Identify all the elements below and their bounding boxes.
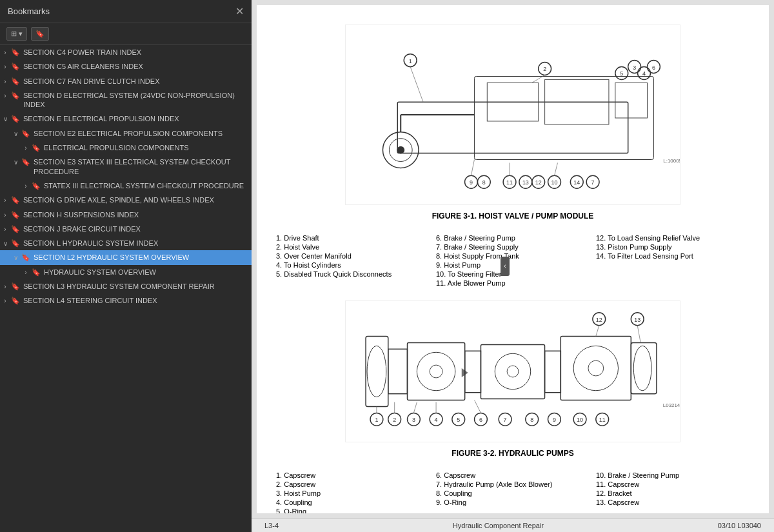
bookmark-item-l2[interactable]: ∨ 🔖 SECTION L2 HYDRAULIC SYSTEM OVERVIEW [0, 250, 252, 264]
bookmark-icon-l2: 🔖 [21, 253, 31, 262]
toggle-g: › [0, 195, 10, 204]
legend-2-blank2 [596, 507, 749, 513]
legend-1-blank3 [276, 279, 430, 288]
close-button[interactable]: ✕ [235, 5, 244, 17]
legend-1-9: 9. Hoist Pump [436, 261, 590, 270]
svg-text:1: 1 [397, 147, 401, 154]
bookmark-icon-d: 🔖 [10, 91, 21, 100]
label-l: SECTION L HYDRAULIC SYSTEM INDEX [23, 239, 248, 248]
bookmark-item-e3-sub[interactable]: › 🔖 STATEX III ELECTRICAL SYSTEM CHECKOU… [0, 179, 252, 193]
label-l4: SECTION L4 STEERING CIRCUIT INDEX [23, 296, 248, 305]
toggle-e3: ∨ [10, 157, 21, 166]
page-document: 1 2 5 3 [257, 5, 769, 513]
bookmark-item-e2-sub[interactable]: › 🔖 ELECTRICAL PROPULSION COMPONENTS [0, 141, 252, 155]
toolbar-bookmark-icon[interactable]: 🔖 [31, 27, 49, 41]
bookmark-icon-h: 🔖 [10, 210, 21, 219]
legend-2-13: 13. Capscrew [596, 498, 749, 507]
svg-text:11: 11 [506, 179, 513, 186]
bookmark-icon-l4: 🔖 [10, 296, 21, 305]
sidebar-header: Bookmarks ✕ [0, 0, 252, 23]
sidebar-toolbar: ⊞ ▾ 🔖 [0, 23, 252, 45]
legend-1-8: 8. Hoist Supply From Tank [436, 251, 590, 261]
svg-text:6: 6 [479, 417, 482, 423]
label-g: SECTION G DRIVE AXLE, SPINDLE, AND WHEEL… [23, 195, 248, 204]
bookmark-item-d[interactable]: › 🔖 SECTION D ELECTRICAL SYSTEM (24VDC N… [0, 88, 252, 112]
legend-2-7: 7. Hydraulic Pump (Axle Box Blower) [436, 480, 590, 489]
page-footer: L3-4 Hydraulic Component Repair 03/10 L0… [252, 518, 774, 532]
collapse-panel-button[interactable]: ‹ [501, 257, 510, 276]
legend-1-2: 2. Hoist Valve [276, 242, 430, 251]
label-c7: SECTION C7 FAN DRIVE CLUTCH INDEX [23, 77, 248, 86]
legend-1-6: 6. Brake / Steering Pump [436, 233, 590, 242]
bookmarks-panel: Bookmarks ✕ ⊞ ▾ 🔖 › 🔖 SECTION C4 POWER T… [0, 0, 252, 532]
bookmark-item-e[interactable]: ∨ 🔖 SECTION E ELECTRICAL PROPULSION INDE… [0, 112, 252, 126]
main-content: 1 2 5 3 [252, 0, 774, 532]
bookmark-item-e2[interactable]: ∨ 🔖 SECTION E2 ELECTRICAL PROPULSION COM… [0, 126, 252, 141]
legend-1-1: 1. Drive Shaft [276, 233, 430, 242]
label-e3-sub: STATEX III ELECTRICAL SYSTEM CHECKOUT PR… [44, 181, 248, 190]
bookmark-item-c4[interactable]: › 🔖 SECTION C4 POWER TRAIN INDEX [0, 45, 252, 59]
legend-2-4: 4. Coupling [276, 498, 430, 507]
legend-2-1: 1. Capscrew [276, 471, 430, 480]
label-e3: SECTION E3 STATEX III ELECTRICAL SYSTEM … [34, 157, 248, 176]
legend-1-11: 11. Axle Blower Pump [436, 279, 590, 288]
bookmark-item-l2-sub[interactable]: › 🔖 HYDRAULIC SYSTEM OVERVIEW [0, 265, 252, 279]
legend-2-5: 5. O-Ring [276, 507, 430, 513]
toggle-e: ∨ [0, 114, 10, 123]
label-h: SECTION H SUSPENSIONS INDEX [23, 210, 248, 219]
label-d: SECTION D ELECTRICAL SYSTEM (24VDC NON-P… [23, 91, 248, 110]
legend-2-12: 12. Bracket [596, 489, 749, 498]
footer-left: L3-4 [264, 522, 279, 529]
label-j: SECTION J BRAKE CIRCUIT INDEX [23, 224, 248, 233]
svg-text:7: 7 [504, 417, 507, 423]
svg-text:L:100050: L:100050 [663, 158, 680, 164]
svg-text:L032144: L032144 [663, 402, 680, 408]
legend-1-blank2 [596, 270, 749, 279]
svg-text:1: 1 [409, 58, 412, 64]
bookmark-icon-e3-sub: 🔖 [31, 181, 41, 190]
bookmark-item-c5[interactable]: › 🔖 SECTION C5 AIR CLEANERS INDEX [0, 59, 252, 74]
svg-text:2: 2 [393, 417, 396, 423]
svg-rect-46 [346, 301, 679, 442]
bookmark-icon-c4: 🔖 [10, 48, 21, 57]
bookmark-item-h[interactable]: › 🔖 SECTION H SUSPENSIONS INDEX [0, 208, 252, 222]
svg-text:9: 9 [470, 179, 473, 186]
bookmark-icon-l: 🔖 [10, 239, 21, 248]
toggle-e2: ∨ [10, 129, 21, 138]
figure-2-svg: 1 2 3 4 5 6 7 [345, 300, 680, 442]
toggle-c4: › [0, 48, 10, 57]
bookmark-item-e3[interactable]: ∨ 🔖 SECTION E3 STATEX III ELECTRICAL SYS… [0, 155, 252, 179]
legend-1-13: 13. Piston Pump Supply [596, 242, 749, 251]
bookmark-icon-l2-sub: 🔖 [31, 268, 41, 277]
toolbar-list-icon[interactable]: ⊞ ▾ [6, 27, 27, 41]
svg-text:10: 10 [551, 179, 558, 186]
svg-text:10: 10 [577, 417, 583, 423]
figure-2-diagram-area: 1 2 3 4 5 6 7 [276, 300, 749, 442]
svg-text:11: 11 [599, 417, 606, 423]
bookmark-item-l3[interactable]: › 🔖 SECTION L3 HYDRAULIC SYSTEM COMPONEN… [0, 279, 252, 293]
svg-text:8: 8 [530, 417, 533, 423]
svg-text:1: 1 [375, 417, 378, 423]
legend-2-8: 8. Coupling [436, 489, 590, 498]
svg-text:13: 13 [522, 179, 529, 186]
legend-2-blank [436, 507, 590, 513]
bookmark-item-g[interactable]: › 🔖 SECTION G DRIVE AXLE, SPINDLE, AND W… [0, 193, 252, 207]
legend-1-blank1 [596, 261, 749, 270]
svg-text:7: 7 [591, 179, 595, 186]
label-c4: SECTION C4 POWER TRAIN INDEX [23, 48, 248, 57]
bookmark-item-l[interactable]: ∨ 🔖 SECTION L HYDRAULIC SYSTEM INDEX [0, 236, 252, 250]
toggle-l2-sub: › [21, 268, 31, 277]
bookmark-item-l4[interactable]: › 🔖 SECTION L4 STEERING CIRCUIT INDEX [0, 293, 252, 308]
legend-1-10: 10. To Steering Filter [436, 270, 590, 279]
legend-1-5: 5. Disabled Truck Quick Disconnects [276, 270, 430, 279]
figure-1-title: FIGURE 3-1. HOIST VALVE / PUMP MODULE [276, 212, 749, 221]
main-wrapper: ‹ [252, 0, 774, 532]
label-l3: SECTION L3 HYDRAULIC SYSTEM COMPONENT RE… [23, 282, 248, 291]
figure-2-container: 1 2 3 4 5 6 7 [276, 300, 749, 458]
figure-1-container: 1 2 5 3 [276, 25, 749, 221]
bookmark-icon-j: 🔖 [10, 224, 21, 233]
svg-text:5: 5 [457, 417, 460, 423]
bookmark-icon-g: 🔖 [10, 195, 21, 204]
bookmark-item-j[interactable]: › 🔖 SECTION J BRAKE CIRCUIT INDEX [0, 222, 252, 236]
bookmark-item-c7[interactable]: › 🔖 SECTION C7 FAN DRIVE CLUTCH INDEX [0, 74, 252, 88]
